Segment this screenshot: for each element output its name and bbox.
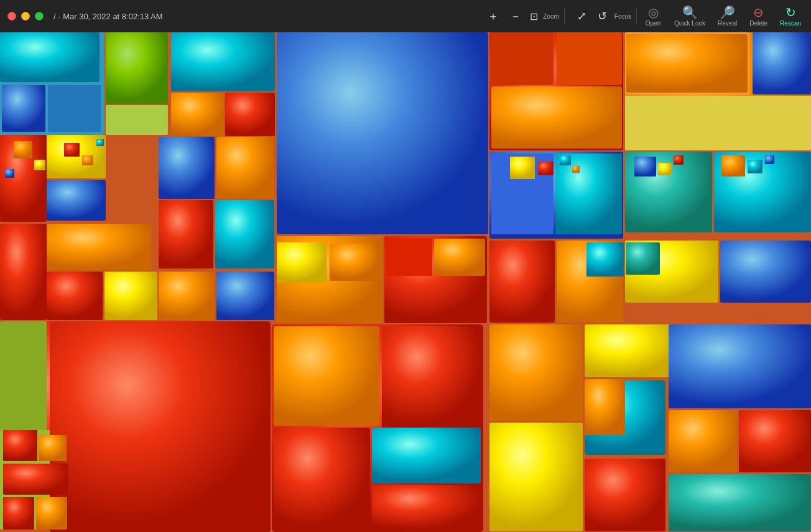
svg-rect-77 [510,157,535,179]
svg-rect-87 [586,242,624,277]
svg-rect-69 [216,272,274,320]
plus-icon: ＋ [488,11,499,22]
svg-rect-5 [48,85,101,132]
svg-rect-60 [47,180,106,221]
delete-button[interactable]: ⊖ Delete [744,4,772,29]
reveal-button[interactable]: 🔎 Reveal [713,4,742,29]
focus-group: ⤢ ↺ Focus [567,8,637,24]
svg-rect-39 [372,485,481,531]
svg-rect-67 [215,200,274,268]
svg-rect-52 [585,379,625,435]
rescan-button[interactable]: ↻ Rescan [775,4,806,29]
svg-rect-36 [382,326,481,429]
quicklook-button[interactable]: 🔍 Quick Look [669,4,710,29]
svg-rect-62 [47,272,103,320]
svg-rect-73 [5,169,14,178]
svg-rect-58 [669,474,811,531]
svg-rect-41 [330,244,379,281]
focus-back-icon: ⤢ [577,11,586,22]
svg-rect-53 [669,324,811,408]
svg-rect-92 [3,497,34,530]
svg-rect-24 [626,34,748,93]
svg-rect-57 [739,410,811,472]
svg-rect-31 [555,154,622,234]
svg-rect-49 [720,241,811,303]
svg-rect-86 [765,155,774,164]
focus-refresh-icon: ↺ [598,11,607,22]
svg-rect-61 [47,224,151,270]
svg-rect-82 [658,163,672,175]
zoom-in-button[interactable]: ＋ [483,8,504,24]
svg-rect-15 [171,32,275,91]
svg-rect-83 [674,155,684,165]
open-button[interactable]: ◎ Open [639,4,667,29]
svg-rect-93 [36,497,67,530]
svg-rect-63 [104,272,157,320]
svg-rect-78 [538,162,554,175]
svg-rect-56 [669,410,737,472]
toolbar: ＋ － ⊡ Zoom ⤢ ↺ Focus ◎ Open [478,4,811,29]
svg-rect-66 [159,200,213,268]
window-title: / - Mar 30, 2022 at 8:02:13 AM [53,12,478,21]
svg-rect-90 [39,435,67,461]
quicklook-label: Quick Look [674,20,705,27]
svg-rect-91 [3,464,68,495]
svg-rect-89 [3,430,37,461]
focus-label: Focus [613,13,631,20]
svg-rect-35 [274,326,379,426]
svg-rect-21 [491,86,622,149]
svg-rect-25 [753,32,811,94]
svg-rect-85 [748,160,762,173]
treemap-visualization[interactable] [0,32,811,532]
svg-rect-14 [106,105,168,135]
svg-rect-26 [625,96,811,150]
svg-rect-4 [2,85,45,132]
rescan-label: Rescan [780,20,801,27]
close-button[interactable] [7,12,16,21]
focus-refresh-button[interactable]: ↺ [593,8,612,24]
svg-rect-50 [489,324,583,421]
svg-rect-7 [0,224,47,320]
svg-rect-16 [171,93,224,136]
traffic-lights [0,12,44,21]
reveal-label: Reveal [718,20,737,27]
svg-rect-55 [585,459,665,531]
svg-rect-65 [216,137,274,199]
delete-icon: ⊖ [753,6,764,19]
zoom-out-button[interactable]: － [505,8,526,24]
delete-label: Delete [749,20,767,27]
svg-rect-64 [159,137,215,199]
svg-rect-19 [491,32,554,85]
svg-rect-46 [489,241,555,323]
open-label: Open [646,20,660,27]
zoom-group: ＋ － ⊡ Zoom [478,8,565,24]
reveal-icon: 🔎 [720,6,735,19]
svg-rect-1 [277,32,488,234]
svg-rect-12 [50,321,271,532]
svg-rect-17 [225,93,275,136]
main-content[interactable] [0,32,811,532]
svg-rect-71 [14,141,32,158]
svg-rect-37 [274,428,370,530]
zoom-label: Zoom [542,13,559,20]
svg-rect-13 [106,32,168,104]
svg-rect-81 [634,157,656,177]
svg-rect-80 [572,166,580,173]
titlebar: / - Mar 30, 2022 at 8:02:13 AM ＋ － ⊡ Zoo… [0,0,811,32]
svg-rect-43 [434,239,485,276]
svg-rect-54 [489,423,583,531]
open-icon: ◎ [648,6,659,19]
minimize-button[interactable] [21,12,30,21]
svg-rect-84 [721,155,745,177]
svg-rect-40 [277,242,327,283]
svg-rect-72 [34,160,45,170]
rescan-icon: ↻ [786,6,796,19]
fit-icon: ⊡ [530,11,538,22]
focus-back-button[interactable]: ⤢ [572,8,591,24]
minus-icon: － [510,11,521,22]
svg-rect-3 [0,32,100,82]
maximize-button[interactable] [35,12,44,21]
svg-rect-74 [64,143,80,157]
svg-rect-38 [372,428,481,484]
svg-rect-88 [626,242,660,275]
